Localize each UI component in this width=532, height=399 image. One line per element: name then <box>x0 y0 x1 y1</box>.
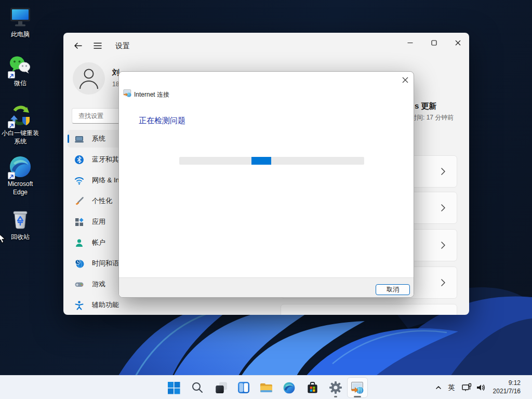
chevron-right-icon <box>440 167 446 176</box>
nav-menu-button[interactable] <box>89 38 106 53</box>
bluetooth-icon <box>74 155 84 165</box>
shortcut-arrow-icon <box>8 121 15 128</box>
search-icon <box>191 381 204 394</box>
sidebar-item-label: 帐户 <box>92 238 105 247</box>
gamepad-icon <box>74 280 84 289</box>
sidebar-item-label: 游戏 <box>92 280 105 289</box>
wechat-icon <box>8 54 32 78</box>
troubleshooter-taskbar-button[interactable] <box>347 377 368 398</box>
internet-troubleshooter-dialog: Internet 连接 正在检测问题 取消 <box>118 71 414 298</box>
start-button[interactable] <box>163 377 184 398</box>
back-arrow-icon <box>74 42 82 50</box>
file-explorer-button[interactable] <box>256 377 276 398</box>
maximize-icon <box>431 40 437 46</box>
user-avatar[interactable] <box>73 62 105 95</box>
this-pc-icon <box>8 5 32 29</box>
desktop-icon-this-pc[interactable]: 此电脑 <box>0 5 41 38</box>
search-button[interactable] <box>187 377 208 398</box>
xiaobai-reinstall-icon <box>8 104 32 128</box>
progress-bar <box>179 157 364 165</box>
edge-icon <box>8 155 32 179</box>
close-icon <box>455 40 461 46</box>
system-monitor-icon <box>74 134 84 144</box>
task-view-button[interactable] <box>211 377 232 398</box>
desktop-icon-edge[interactable]: Microsoft Edge <box>0 155 41 196</box>
account-person-icon <box>74 238 84 248</box>
window-title: 设置 <box>115 42 130 51</box>
sidebar-item-label: 个性化 <box>92 196 112 206</box>
file-explorer-icon <box>259 381 273 395</box>
ethernet-monitor-icon <box>461 383 472 392</box>
chevron-up-icon <box>434 383 443 392</box>
desktop-icon-label: 微信 <box>0 79 41 87</box>
chevron-right-icon <box>440 204 446 212</box>
dialog-close-button[interactable] <box>397 73 413 87</box>
dialog-title: Internet 连接 <box>134 90 169 99</box>
edge-button[interactable] <box>278 377 299 398</box>
ime-indicator[interactable]: 英 <box>446 380 457 395</box>
close-button[interactable] <box>446 35 469 50</box>
sidebar-item-accessibility[interactable]: 辅助功能 <box>68 296 178 314</box>
desktop-icon-wechat[interactable]: 微信 <box>0 54 41 87</box>
accessibility-person-icon <box>74 300 84 310</box>
windows-update-heading-fragment: s 更新 <box>415 101 437 111</box>
hamburger-icon <box>94 42 102 49</box>
sidebar-item-label: 蓝牙和其 <box>92 155 119 164</box>
store-icon <box>306 381 319 394</box>
back-button[interactable] <box>70 38 86 53</box>
minimize-button[interactable] <box>398 35 421 50</box>
sidebar-item-label: 系统 <box>92 134 105 143</box>
desktop-icon-label: 此电脑 <box>0 30 41 38</box>
shortcut-arrow-icon <box>8 172 15 179</box>
sidebar-item-label: 时间和语 <box>92 259 119 268</box>
sidebar-item-label: 网络 & In <box>92 176 119 185</box>
clock-globe-icon <box>74 259 84 269</box>
store-button[interactable] <box>302 377 323 398</box>
desktop-icon-label: Microsoft Edge <box>0 180 41 196</box>
sidebar-item-label: 辅助功能 <box>92 300 119 310</box>
taskbar: 英 9:12 2021/7/16 <box>0 375 532 399</box>
clock-date: 2021/7/16 <box>474 387 521 395</box>
running-indicator <box>334 396 337 397</box>
minimize-icon <box>407 40 413 46</box>
active-running-indicator <box>354 396 361 397</box>
desktop-icon-xiaobai-reinstall[interactable]: 小白一键重装系统 <box>0 104 41 145</box>
network-troubleshooter-icon <box>351 381 365 395</box>
selected-indicator <box>68 135 69 143</box>
dialog-footer: 取消 <box>119 277 414 298</box>
task-view-icon <box>215 381 228 394</box>
recycle-bin-icon <box>8 208 32 232</box>
windows-logo-icon <box>167 381 180 394</box>
shortcut-arrow-icon <box>8 71 15 78</box>
settings-card[interactable] <box>281 304 457 315</box>
clock-time: 9:12 <box>474 379 521 387</box>
gear-icon <box>329 381 342 394</box>
network-troubleshooter-icon <box>123 89 132 98</box>
widgets-icon <box>237 381 250 394</box>
dialog-status-heading: 正在检测问题 <box>139 116 185 126</box>
apps-grid-icon <box>74 217 84 227</box>
cancel-button[interactable]: 取消 <box>376 284 410 295</box>
person-outline-icon <box>78 67 99 90</box>
edge-icon <box>283 381 296 394</box>
wifi-icon <box>74 176 84 185</box>
chevron-right-icon <box>440 278 446 287</box>
progress-chunk <box>251 157 271 165</box>
tray-overflow-button[interactable] <box>432 380 445 395</box>
settings-taskbar-button[interactable] <box>325 377 346 398</box>
taskbar-clock[interactable]: 9:12 2021/7/16 <box>474 379 521 395</box>
chevron-right-icon <box>440 241 446 249</box>
close-icon <box>402 77 408 83</box>
sidebar-item-label: 应用 <box>92 217 105 227</box>
network-tray-icon[interactable] <box>460 380 473 395</box>
widgets-button[interactable] <box>233 377 254 398</box>
last-checked-text-fragment: 时间: 17 分钟前 <box>410 113 454 122</box>
maximize-button[interactable] <box>422 35 445 50</box>
mouse-cursor <box>0 233 6 246</box>
paintbrush-icon <box>74 196 84 206</box>
desktop-icon-label: 小白一键重装系统 <box>0 129 41 145</box>
